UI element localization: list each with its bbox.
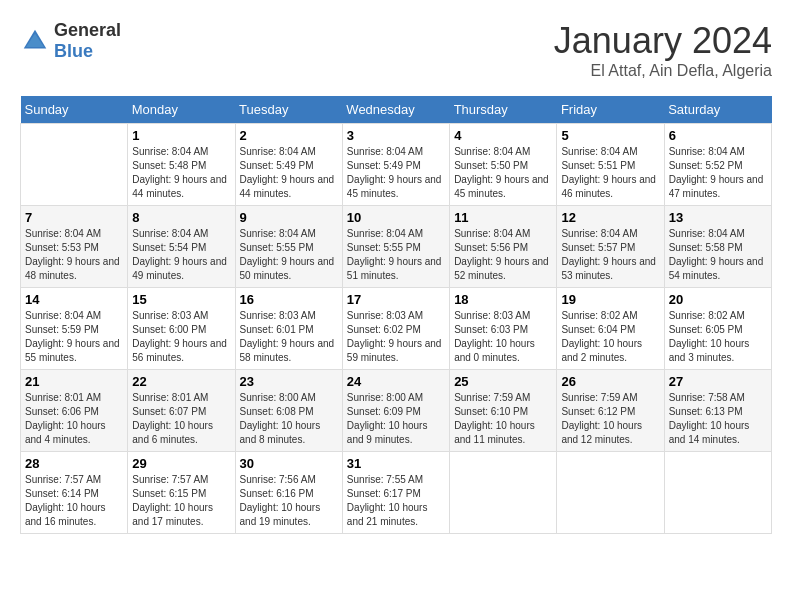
calendar-cell: 2Sunrise: 8:04 AM Sunset: 5:49 PM Daylig… bbox=[235, 124, 342, 206]
day-number: 28 bbox=[25, 456, 123, 471]
weekday-header-thursday: Thursday bbox=[450, 96, 557, 124]
logo-general: General bbox=[54, 20, 121, 40]
day-detail: Sunrise: 7:55 AM Sunset: 6:17 PM Dayligh… bbox=[347, 473, 445, 529]
title-block: January 2024 El Attaf, Ain Defla, Algeri… bbox=[554, 20, 772, 80]
calendar-cell bbox=[664, 452, 771, 534]
day-number: 19 bbox=[561, 292, 659, 307]
day-number: 3 bbox=[347, 128, 445, 143]
weekday-header-saturday: Saturday bbox=[664, 96, 771, 124]
day-number: 10 bbox=[347, 210, 445, 225]
day-detail: Sunrise: 8:04 AM Sunset: 5:58 PM Dayligh… bbox=[669, 227, 767, 283]
calendar-cell: 3Sunrise: 8:04 AM Sunset: 5:49 PM Daylig… bbox=[342, 124, 449, 206]
weekday-header-friday: Friday bbox=[557, 96, 664, 124]
calendar-cell: 16Sunrise: 8:03 AM Sunset: 6:01 PM Dayli… bbox=[235, 288, 342, 370]
day-number: 12 bbox=[561, 210, 659, 225]
day-number: 2 bbox=[240, 128, 338, 143]
calendar-cell: 8Sunrise: 8:04 AM Sunset: 5:54 PM Daylig… bbox=[128, 206, 235, 288]
day-number: 30 bbox=[240, 456, 338, 471]
day-number: 29 bbox=[132, 456, 230, 471]
day-detail: Sunrise: 8:04 AM Sunset: 5:53 PM Dayligh… bbox=[25, 227, 123, 283]
day-number: 26 bbox=[561, 374, 659, 389]
day-detail: Sunrise: 8:04 AM Sunset: 5:56 PM Dayligh… bbox=[454, 227, 552, 283]
day-number: 18 bbox=[454, 292, 552, 307]
weekday-header-wednesday: Wednesday bbox=[342, 96, 449, 124]
day-detail: Sunrise: 8:03 AM Sunset: 6:00 PM Dayligh… bbox=[132, 309, 230, 365]
day-detail: Sunrise: 8:04 AM Sunset: 5:49 PM Dayligh… bbox=[240, 145, 338, 201]
weekday-header-sunday: Sunday bbox=[21, 96, 128, 124]
calendar-cell: 20Sunrise: 8:02 AM Sunset: 6:05 PM Dayli… bbox=[664, 288, 771, 370]
logo-icon bbox=[20, 26, 50, 56]
weekday-header-monday: Monday bbox=[128, 96, 235, 124]
weekday-header-tuesday: Tuesday bbox=[235, 96, 342, 124]
day-number: 31 bbox=[347, 456, 445, 471]
calendar-cell: 29Sunrise: 7:57 AM Sunset: 6:15 PM Dayli… bbox=[128, 452, 235, 534]
calendar-cell: 28Sunrise: 7:57 AM Sunset: 6:14 PM Dayli… bbox=[21, 452, 128, 534]
calendar-cell: 4Sunrise: 8:04 AM Sunset: 5:50 PM Daylig… bbox=[450, 124, 557, 206]
day-number: 1 bbox=[132, 128, 230, 143]
calendar-cell: 10Sunrise: 8:04 AM Sunset: 5:55 PM Dayli… bbox=[342, 206, 449, 288]
day-detail: Sunrise: 8:03 AM Sunset: 6:03 PM Dayligh… bbox=[454, 309, 552, 365]
day-detail: Sunrise: 7:57 AM Sunset: 6:14 PM Dayligh… bbox=[25, 473, 123, 529]
calendar-cell: 23Sunrise: 8:00 AM Sunset: 6:08 PM Dayli… bbox=[235, 370, 342, 452]
calendar-cell: 15Sunrise: 8:03 AM Sunset: 6:00 PM Dayli… bbox=[128, 288, 235, 370]
day-number: 21 bbox=[25, 374, 123, 389]
day-detail: Sunrise: 7:59 AM Sunset: 6:10 PM Dayligh… bbox=[454, 391, 552, 447]
day-detail: Sunrise: 8:03 AM Sunset: 6:01 PM Dayligh… bbox=[240, 309, 338, 365]
calendar-cell: 1Sunrise: 8:04 AM Sunset: 5:48 PM Daylig… bbox=[128, 124, 235, 206]
calendar-cell: 11Sunrise: 8:04 AM Sunset: 5:56 PM Dayli… bbox=[450, 206, 557, 288]
day-number: 15 bbox=[132, 292, 230, 307]
calendar-cell: 12Sunrise: 8:04 AM Sunset: 5:57 PM Dayli… bbox=[557, 206, 664, 288]
day-number: 14 bbox=[25, 292, 123, 307]
day-detail: Sunrise: 8:04 AM Sunset: 5:54 PM Dayligh… bbox=[132, 227, 230, 283]
page-header: General Blue January 2024 El Attaf, Ain … bbox=[20, 20, 772, 80]
day-detail: Sunrise: 8:00 AM Sunset: 6:09 PM Dayligh… bbox=[347, 391, 445, 447]
day-number: 20 bbox=[669, 292, 767, 307]
calendar-cell: 6Sunrise: 8:04 AM Sunset: 5:52 PM Daylig… bbox=[664, 124, 771, 206]
main-title: January 2024 bbox=[554, 20, 772, 62]
calendar-cell: 5Sunrise: 8:04 AM Sunset: 5:51 PM Daylig… bbox=[557, 124, 664, 206]
calendar-cell bbox=[21, 124, 128, 206]
day-number: 8 bbox=[132, 210, 230, 225]
calendar-cell: 26Sunrise: 7:59 AM Sunset: 6:12 PM Dayli… bbox=[557, 370, 664, 452]
day-number: 22 bbox=[132, 374, 230, 389]
day-number: 24 bbox=[347, 374, 445, 389]
day-detail: Sunrise: 7:59 AM Sunset: 6:12 PM Dayligh… bbox=[561, 391, 659, 447]
day-detail: Sunrise: 8:04 AM Sunset: 5:51 PM Dayligh… bbox=[561, 145, 659, 201]
day-detail: Sunrise: 7:56 AM Sunset: 6:16 PM Dayligh… bbox=[240, 473, 338, 529]
day-number: 4 bbox=[454, 128, 552, 143]
day-number: 11 bbox=[454, 210, 552, 225]
day-number: 17 bbox=[347, 292, 445, 307]
calendar-cell: 31Sunrise: 7:55 AM Sunset: 6:17 PM Dayli… bbox=[342, 452, 449, 534]
day-detail: Sunrise: 8:03 AM Sunset: 6:02 PM Dayligh… bbox=[347, 309, 445, 365]
calendar-cell: 13Sunrise: 8:04 AM Sunset: 5:58 PM Dayli… bbox=[664, 206, 771, 288]
calendar-cell: 24Sunrise: 8:00 AM Sunset: 6:09 PM Dayli… bbox=[342, 370, 449, 452]
day-detail: Sunrise: 8:04 AM Sunset: 5:49 PM Dayligh… bbox=[347, 145, 445, 201]
day-number: 16 bbox=[240, 292, 338, 307]
day-detail: Sunrise: 7:57 AM Sunset: 6:15 PM Dayligh… bbox=[132, 473, 230, 529]
day-detail: Sunrise: 8:04 AM Sunset: 5:59 PM Dayligh… bbox=[25, 309, 123, 365]
day-number: 27 bbox=[669, 374, 767, 389]
logo-blue: Blue bbox=[54, 41, 93, 61]
day-detail: Sunrise: 7:58 AM Sunset: 6:13 PM Dayligh… bbox=[669, 391, 767, 447]
day-detail: Sunrise: 8:02 AM Sunset: 6:04 PM Dayligh… bbox=[561, 309, 659, 365]
subtitle: El Attaf, Ain Defla, Algeria bbox=[554, 62, 772, 80]
day-detail: Sunrise: 8:04 AM Sunset: 5:50 PM Dayligh… bbox=[454, 145, 552, 201]
calendar-cell: 19Sunrise: 8:02 AM Sunset: 6:04 PM Dayli… bbox=[557, 288, 664, 370]
day-detail: Sunrise: 8:02 AM Sunset: 6:05 PM Dayligh… bbox=[669, 309, 767, 365]
day-number: 25 bbox=[454, 374, 552, 389]
day-number: 23 bbox=[240, 374, 338, 389]
calendar-cell bbox=[450, 452, 557, 534]
day-detail: Sunrise: 8:04 AM Sunset: 5:57 PM Dayligh… bbox=[561, 227, 659, 283]
calendar-cell: 22Sunrise: 8:01 AM Sunset: 6:07 PM Dayli… bbox=[128, 370, 235, 452]
calendar-cell: 14Sunrise: 8:04 AM Sunset: 5:59 PM Dayli… bbox=[21, 288, 128, 370]
calendar-table: SundayMondayTuesdayWednesdayThursdayFrid… bbox=[20, 96, 772, 534]
day-number: 13 bbox=[669, 210, 767, 225]
day-number: 9 bbox=[240, 210, 338, 225]
calendar-cell bbox=[557, 452, 664, 534]
day-detail: Sunrise: 8:01 AM Sunset: 6:07 PM Dayligh… bbox=[132, 391, 230, 447]
day-detail: Sunrise: 8:04 AM Sunset: 5:48 PM Dayligh… bbox=[132, 145, 230, 201]
logo: General Blue bbox=[20, 20, 121, 62]
day-detail: Sunrise: 8:04 AM Sunset: 5:55 PM Dayligh… bbox=[347, 227, 445, 283]
calendar-cell: 30Sunrise: 7:56 AM Sunset: 6:16 PM Dayli… bbox=[235, 452, 342, 534]
calendar-cell: 25Sunrise: 7:59 AM Sunset: 6:10 PM Dayli… bbox=[450, 370, 557, 452]
